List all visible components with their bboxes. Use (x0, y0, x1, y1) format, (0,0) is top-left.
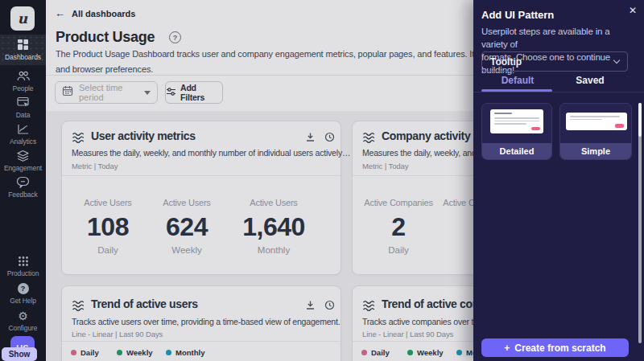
pattern-type-select[interactable]: Tooltip (481, 51, 628, 72)
gear-icon: ⚙ (0, 309, 46, 322)
time-period-placeholder: Select time period (79, 83, 138, 102)
help-icon[interactable]: ? (169, 31, 181, 43)
monthly-dot (166, 350, 171, 355)
add-filters-label: Add Filters (180, 83, 222, 102)
metric-label: Active Users (144, 198, 229, 207)
daily-dot (71, 350, 76, 355)
card-meta: Line - Linear | Last 90 Days (72, 330, 163, 338)
preview-button (531, 127, 540, 131)
template-label: Simple (560, 143, 631, 159)
template-detailed[interactable]: Detailed (481, 103, 552, 160)
chevron-down-icon (613, 57, 620, 64)
card-title: Trend of active users (91, 297, 198, 310)
time-period-select[interactable]: Select time period (55, 81, 158, 104)
card-description: Tracks active users over time, providing… (72, 317, 394, 326)
preview-text-line (494, 123, 526, 125)
monthly-dot (456, 350, 462, 355)
logo-letter: u (18, 10, 27, 27)
card-meta: Metric | Today (72, 162, 118, 170)
legend-item-monthly: Monthly (166, 348, 204, 357)
panel-scrollbar-thumb[interactable] (638, 103, 642, 137)
dots-grid-icon (0, 254, 46, 268)
sidebar-item-feedback[interactable]: Feedback (0, 172, 46, 201)
metric-chart-icon (362, 131, 377, 148)
close-icon[interactable]: ✕ (629, 5, 637, 16)
app-window: u Dashboards People (0, 0, 644, 361)
question-glyph: ? (18, 283, 29, 294)
tab-saved[interactable]: Saved (554, 75, 626, 86)
panel-title: Add UI Pattern (481, 9, 554, 21)
card-trend-active-users: Trend of active users Tracks active user… (61, 285, 341, 361)
metric-chart-icon (362, 299, 377, 316)
tab-divider (473, 92, 644, 92)
create-from-scratch-button[interactable]: + Create from scratch (481, 338, 629, 357)
dashboards-grid-icon (0, 38, 46, 51)
back-link-label: All dashboards (72, 9, 135, 18)
panel-scrollbar[interactable] (638, 103, 642, 343)
sidebar-item-data[interactable]: Data (0, 92, 46, 121)
sidebar-item-analytics[interactable]: Analytics (0, 119, 46, 148)
preview-text-line (494, 121, 539, 122)
sidebar-item-label: Data (0, 111, 46, 119)
data-window-icon (0, 96, 46, 109)
sidebar-item-people[interactable]: People (0, 66, 46, 95)
sidebar-item-label: Configure (0, 324, 46, 332)
sidebar: u Dashboards People (0, 0, 46, 361)
clock-icon[interactable] (324, 131, 335, 146)
sidebar-item-get-help[interactable]: ? Get Help (0, 278, 46, 307)
preview-title-line (494, 113, 512, 114)
line-chart-icon (0, 122, 46, 136)
metric-chart-icon (72, 299, 86, 316)
sidebar-item-configure[interactable]: ⚙ Configure (0, 306, 46, 334)
metric-label: Active Users (231, 198, 316, 207)
sidebar-item-dashboards[interactable]: Dashboards (0, 35, 46, 65)
preview-text-line (570, 119, 602, 121)
preview-button (615, 124, 624, 128)
page-title: Product Usage (56, 29, 155, 46)
metric-value: 108 (65, 212, 151, 241)
sidebar-item-label: Get Help (0, 297, 46, 305)
download-icon[interactable] (305, 299, 316, 314)
sidebar-item-production[interactable]: Production (0, 251, 46, 280)
sidebar-item-label: Engagement (0, 164, 46, 172)
metric-label: Active Companies (356, 198, 441, 207)
tooltip-preview-detailed (490, 109, 543, 133)
tooltip-preview-simple (566, 113, 627, 130)
card-meta: Metric | Today (362, 162, 408, 170)
legend-item-daily: Daily (361, 348, 390, 357)
template-label: Detailed (482, 143, 551, 159)
metric-sublabel: Monthly (231, 245, 316, 255)
question-circle-icon: ? (0, 281, 46, 295)
pattern-type-value: Tooltip (490, 56, 614, 68)
back-link[interactable]: ← All dashboards (55, 7, 135, 19)
metric-weekly-active-users: Active Users 624 Weekly (144, 198, 229, 255)
add-filters-button[interactable]: Add Filters (165, 81, 223, 104)
card-title: User activity metrics (91, 129, 196, 142)
tab-default[interactable]: Default (481, 75, 554, 86)
legend-label: Daily (371, 348, 390, 357)
metric-value: 2 (356, 212, 441, 241)
create-from-scratch-label: Create from scratch (514, 343, 605, 354)
metric-label: Active Users (65, 198, 151, 207)
add-ui-pattern-panel: ✕ Add UI Pattern Userpilot steps are ava… (473, 0, 644, 361)
card-meta: Line - Linear | Last 90 Days (362, 330, 453, 338)
download-icon[interactable] (305, 131, 316, 146)
show-button[interactable]: Show (2, 347, 37, 361)
sidebar-item-label: People (0, 84, 46, 92)
metric-monthly-active-users: Active Users 1,640 Monthly (231, 198, 316, 255)
sidebar-item-label: Feedback (0, 191, 46, 199)
card-description: Measures the daily, weekly, and monthly … (72, 148, 394, 158)
legend-label: Monthly (175, 348, 204, 357)
card-divider (62, 341, 341, 342)
sidebar-item-engagement[interactable]: Engagement (0, 146, 46, 174)
clock-icon[interactable] (324, 299, 335, 314)
daily-dot (361, 350, 367, 355)
weekly-dot (407, 350, 413, 355)
template-simple[interactable]: Simple (559, 103, 632, 160)
userpilot-logo[interactable]: u (10, 6, 35, 31)
sidebar-item-label: Production (0, 269, 46, 277)
metric-sublabel: Weekly (144, 245, 229, 255)
calendar-icon (62, 85, 73, 100)
panel-description-line1: Userpilot steps are available in a varie… (481, 25, 634, 51)
chat-bubble-icon (0, 175, 46, 189)
